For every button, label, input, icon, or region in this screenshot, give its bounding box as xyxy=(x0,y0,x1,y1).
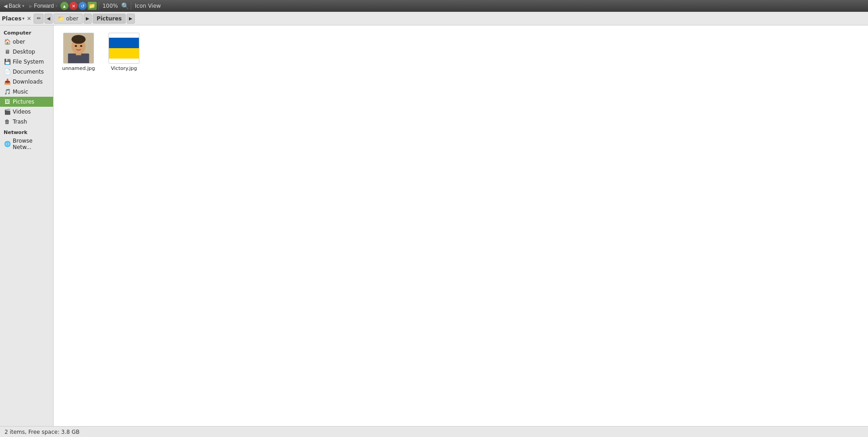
view-mode-label: Icon View xyxy=(133,2,163,10)
sidebar-network-label: Browse Netw... xyxy=(13,138,49,150)
sidebar-item-browse-network[interactable]: 🌐 Browse Netw... xyxy=(0,136,53,152)
zoom-level: 100% xyxy=(101,2,120,10)
folder-icon: 📁 xyxy=(58,15,64,22)
sidebar-item-desktop[interactable]: 🖥 Desktop xyxy=(0,47,53,57)
sidebar-item-documents[interactable]: 📄 Documents xyxy=(0,67,53,77)
sidebar-videos-label: Videos xyxy=(13,109,31,115)
flag-yellow-stripe xyxy=(109,48,139,59)
music-icon: 🎵 xyxy=(4,88,11,95)
reload-circle-icon: ↺ xyxy=(81,4,84,9)
breadcrumb-pictures[interactable]: Pictures xyxy=(93,14,126,24)
back-left-arrow-icon: ◀ xyxy=(4,3,7,9)
svg-point-4 xyxy=(71,35,85,44)
home-folder-icon: 📁 xyxy=(89,3,95,9)
file-view: unnamed.jpg Victory.jpg xyxy=(54,25,868,426)
stop-x-icon: ✕ xyxy=(72,4,75,9)
pencil-icon: ✏ xyxy=(37,15,41,21)
home-button[interactable]: 📁 xyxy=(88,2,97,10)
back-label: Back xyxy=(9,3,21,9)
computer-section-header: Computer xyxy=(0,27,53,37)
status-bar: 2 items, Free space: 3.8 GB xyxy=(0,426,868,437)
places-label: Places xyxy=(2,15,21,22)
sidebar-desktop-label: Desktop xyxy=(13,49,35,55)
reload-button[interactable]: ↺ xyxy=(79,2,87,10)
sidebar-filesystem-label: File System xyxy=(13,59,44,65)
desktop-icon: 🖥 xyxy=(4,48,11,55)
places-dropdown-button[interactable]: ▾ xyxy=(22,16,25,21)
up-arrow-icon: ▲ xyxy=(62,4,67,9)
main-content: Computer 🏠 ober 🖥 Desktop 💾 File System … xyxy=(0,25,868,426)
bc-right-arrow-icon: ▶ xyxy=(86,16,89,21)
sidebar-item-pictures[interactable]: 🖼 Pictures xyxy=(0,97,53,107)
sidebar-ober-label: ober xyxy=(13,39,25,45)
breadcrumb-edit-button[interactable]: ✏ xyxy=(34,14,44,24)
places-close-button[interactable]: ✕ xyxy=(25,15,33,22)
breadcrumb-ober-label: ober xyxy=(66,15,78,22)
file-label-victory: Victory.jpg xyxy=(111,65,137,71)
back-dropdown-icon: ▾ xyxy=(22,4,25,8)
bc-left-arrow-icon: ◀ xyxy=(47,16,50,21)
view-label-text: Icon View xyxy=(135,3,161,9)
up-button[interactable]: ▲ xyxy=(60,2,69,10)
portrait-svg xyxy=(64,33,94,64)
zoom-icon: 🔍 xyxy=(121,2,129,10)
network-section-header: Network xyxy=(0,127,53,136)
pictures-icon: 🖼 xyxy=(4,98,11,105)
breadcrumb-pictures-label: Pictures xyxy=(97,15,122,22)
sidebar-downloads-label: Downloads xyxy=(13,79,43,85)
svg-point-6 xyxy=(80,45,82,47)
network-icon: 🌐 xyxy=(4,140,11,148)
ukraine-flag xyxy=(109,38,139,59)
file-item-unnamed[interactable]: unnamed.jpg xyxy=(58,30,99,74)
sidebar-item-videos[interactable]: 🎬 Videos xyxy=(0,107,53,117)
breadcrumb-next-button[interactable]: ▶ xyxy=(127,14,135,24)
sidebar-item-ober[interactable]: 🏠 ober xyxy=(0,37,53,47)
sidebar-trash-label: Trash xyxy=(13,119,27,125)
documents-icon: 📄 xyxy=(4,68,11,75)
sidebar-pictures-label: Pictures xyxy=(13,99,35,105)
sidebar-item-filesystem[interactable]: 💾 File System xyxy=(0,57,53,67)
downloads-icon: 📥 xyxy=(4,78,11,85)
sidebar: Computer 🏠 ober 🖥 Desktop 💾 File System … xyxy=(0,25,54,426)
toolbar-separator xyxy=(99,2,99,10)
toolbar: ◀ Back ▾ ▶ Forward ▾ ▲ ✕ ↺ 📁 100% 🔍 Icon… xyxy=(0,0,868,12)
breadcrumb-forward-button[interactable]: ▶ xyxy=(84,14,92,24)
forward-dropdown-icon: ▾ xyxy=(55,4,58,8)
bc-right-arrow-icon-2: ▶ xyxy=(129,16,133,21)
file-label-unnamed: unnamed.jpg xyxy=(62,65,95,71)
file-item-victory[interactable]: Victory.jpg xyxy=(104,30,144,74)
breadcrumb-bar: Places ▾ ✕ ✏ ◀ 📁 ober ▶ Pictures ▶ xyxy=(0,12,868,25)
flag-blue-stripe xyxy=(109,38,139,48)
back-button[interactable]: ◀ Back ▾ xyxy=(2,2,26,10)
videos-icon: 🎬 xyxy=(4,108,11,115)
forward-label: Forward xyxy=(34,3,54,9)
breadcrumb-back-button[interactable]: ◀ xyxy=(44,14,53,24)
sidebar-documents-label: Documents xyxy=(13,69,44,75)
file-thumbnail-unnamed xyxy=(63,33,94,64)
forward-button[interactable]: ▶ Forward ▾ xyxy=(27,2,59,10)
forward-right-arrow-icon: ▶ xyxy=(29,3,33,9)
status-text: 2 items, Free space: 3.8 GB xyxy=(5,429,79,435)
sidebar-item-music[interactable]: 🎵 Music xyxy=(0,87,53,97)
stop-button[interactable]: ✕ xyxy=(69,2,78,10)
trash-icon: 🗑 xyxy=(4,118,11,125)
filesystem-icon: 💾 xyxy=(4,58,11,65)
svg-point-5 xyxy=(75,45,77,47)
breadcrumb-ober[interactable]: 📁 ober xyxy=(54,14,82,24)
file-thumbnail-victory xyxy=(108,33,139,64)
toolbar-separator-2 xyxy=(131,2,131,10)
zoom-percent-label: 100% xyxy=(103,3,118,9)
sidebar-item-trash[interactable]: 🗑 Trash xyxy=(0,117,53,127)
sidebar-item-downloads[interactable]: 📥 Downloads xyxy=(0,77,53,87)
sidebar-music-label: Music xyxy=(13,89,28,95)
home-icon: 🏠 xyxy=(4,38,11,45)
